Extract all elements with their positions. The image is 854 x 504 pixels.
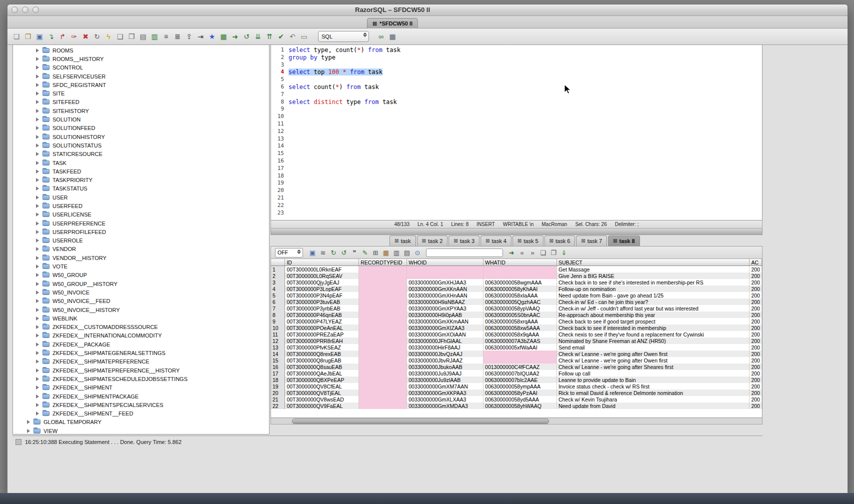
table-row[interactable]: 1900T3000000QV8CfEAL0033000000GmXM7AAN00… <box>271 383 762 390</box>
disclosure-triangle-icon[interactable] <box>36 368 39 372</box>
zoom-button[interactable] <box>32 6 39 13</box>
row-number-cell[interactable]: 3 <box>271 279 285 286</box>
tree-item-user[interactable]: USER <box>13 193 269 202</box>
tree-item-sitefeed[interactable]: SITEFEED <box>13 98 269 106</box>
table-cell[interactable]: 00T3000000PRR8rEAH <box>285 338 359 344</box>
table-cell[interactable] <box>359 266 407 273</box>
execute-all-icon[interactable]: ↺ <box>242 32 252 42</box>
tree-item-userprofilefeed[interactable]: USERPROFILEFEED <box>13 228 269 236</box>
table-cell[interactable] <box>359 331 407 338</box>
disclosure-triangle-icon[interactable] <box>36 282 39 286</box>
rerun-query-icon[interactable]: ↻ <box>329 248 338 257</box>
table-cell[interactable]: 0033000000H9i0pAAB <box>407 312 484 318</box>
table-cell[interactable]: 0033000000GmXPYAA3 <box>407 305 484 312</box>
table-cell[interactable]: Check w/ Leanne - we're going after Owen… <box>556 350 750 357</box>
tree-item-taskfeed[interactable]: TASKFEED <box>13 167 269 176</box>
table-cell[interactable] <box>359 396 407 402</box>
open-file-icon[interactable]: ❐ <box>23 32 33 42</box>
edit-trigger-icon[interactable]: ✑ <box>69 32 79 42</box>
tab-close-icon[interactable]: ⊠ <box>394 238 398 244</box>
format-sql-icon[interactable]: ≡ <box>161 32 171 42</box>
tree-item-zkfedex__shipmategeneralsettings[interactable]: ZKFEDEX__SHIPMATEGENERALSETTINGS <box>13 348 269 357</box>
table-cell[interactable]: 200 <box>750 305 762 312</box>
download-lob-icon[interactable]: ⇓ <box>560 248 568 257</box>
table-cell[interactable]: 200 <box>750 266 762 273</box>
edit-results-icon[interactable]: ✎ <box>360 248 370 257</box>
disclosure-triangle-icon[interactable] <box>36 66 39 70</box>
column-header-id[interactable]: ID <box>285 259 359 266</box>
disclosure-triangle-icon[interactable] <box>36 290 39 294</box>
save-icon[interactable]: ▣ <box>34 32 44 42</box>
table-view-icon[interactable]: ▦ <box>388 32 398 42</box>
table-cell[interactable]: 200 <box>750 286 762 292</box>
table-cell[interactable] <box>407 266 484 273</box>
tree-item-vendor[interactable]: VENDOR <box>13 245 269 254</box>
tree-item-view[interactable]: VIEW <box>13 426 269 434</box>
results-tab-task-7[interactable]: ⊠task 7 <box>576 236 607 246</box>
row-number-cell[interactable]: 2 <box>271 272 285 279</box>
disclosure-triangle-icon[interactable] <box>36 334 39 338</box>
table-cell[interactable] <box>359 298 407 305</box>
table-row[interactable]: 2000T3000000QV8TjEAL0033000000GmXKPAA300… <box>271 390 762 396</box>
row-number-cell[interactable]: 13 <box>271 344 285 350</box>
tree-item-w50_invoice[interactable]: W50_INVOICE <box>13 288 269 296</box>
disclosure-triangle-icon[interactable] <box>36 57 39 61</box>
disclosure-triangle-icon[interactable] <box>36 273 39 277</box>
table-cell[interactable]: Check back in to see if she's interested… <box>556 279 750 286</box>
table-row[interactable]: 600T3000000P3tuvEAB0033000000H9aNBAAZ006… <box>271 298 762 305</box>
disclosure-triangle-icon[interactable] <box>36 256 39 260</box>
disclosure-triangle-icon[interactable] <box>27 429 30 433</box>
minimize-button[interactable] <box>22 6 28 13</box>
export-results-icon[interactable]: ❏ <box>538 248 548 257</box>
row-number-cell[interactable]: 8 <box>271 312 285 318</box>
table-row[interactable]: 900T3000000P47LYEAZ0033000000GmXKmAAN006… <box>271 318 762 324</box>
table-row[interactable]: 1700T3000000QAeJbEAL0033000000Ju9J9AAJ00… <box>271 370 762 376</box>
table-row[interactable]: 700T3000000P3yrbEAB0033000000GmXPYAA3006… <box>271 305 762 312</box>
table-cell[interactable]: Get Massage <box>556 266 750 273</box>
tree-item-zkfedex__shipmentspecialservices[interactable]: ZKFEDEX__SHIPMENTSPECIALSERVICES <box>13 400 269 409</box>
table-cell[interactable]: Check w/ Leanne - we're going after Shea… <box>556 364 750 370</box>
tab-close-icon[interactable]: ⊠ <box>422 238 426 244</box>
table-cell[interactable]: 200 <box>750 318 762 324</box>
table-cell[interactable]: 200 <box>750 331 762 338</box>
table-cell[interactable]: 00T3000000POeAnEAL <box>285 324 359 331</box>
table-cell[interactable]: Give Jenn a BIG RAISE <box>556 272 750 279</box>
paste-icon[interactable]: ❒ <box>126 32 136 42</box>
table-cell[interactable]: Check w/ Leanne - we're going after Owen… <box>556 357 750 364</box>
query-builder-icon[interactable]: ▭ <box>299 32 309 42</box>
disclosure-triangle-icon[interactable] <box>36 118 39 122</box>
disclosure-triangle-icon[interactable] <box>36 170 39 174</box>
sql-mode-select[interactable]: SQL <box>318 31 369 42</box>
table-cell[interactable] <box>359 305 407 312</box>
save-results-icon[interactable]: ▣ <box>308 248 317 257</box>
splitter-handle[interactable] <box>270 228 762 235</box>
filter-icon[interactable]: ≋ <box>318 248 328 257</box>
table-cell[interactable]: 0033000000JbukoAAB <box>407 364 484 370</box>
table-cell[interactable]: 006300000058xIaAAA <box>484 292 557 298</box>
disclosure-triangle-icon[interactable] <box>36 386 39 390</box>
table-cell[interactable]: 200 <box>750 357 762 364</box>
table-cell[interactable] <box>359 383 407 390</box>
column-header-recordtypeid[interactable]: RECORDTYPEID <box>359 259 407 266</box>
table-cell[interactable]: 0033000000JFhGlAAL <box>407 338 484 344</box>
tree-item-zkfedex__shipmatepreference[interactable]: ZKFEDEX__SHIPMATEPREFERENCE <box>13 358 269 366</box>
horizontal-scrollbar[interactable] <box>270 418 762 424</box>
table-cell[interactable] <box>359 350 407 357</box>
disclosure-triangle-icon[interactable] <box>36 109 39 113</box>
table-row[interactable]: 100T3000000L0RknEAFGet Massage200 <box>271 266 762 273</box>
results-tab-task-5[interactable]: ⊠task 5 <box>512 236 544 246</box>
tree-item-staticresource[interactable]: STATICRESOURCE <box>13 150 269 158</box>
connection-tab[interactable]: ⊠ *SFDCW50 II <box>367 18 418 28</box>
row-number-cell[interactable]: 21 <box>271 396 285 402</box>
table-cell[interactable]: 0013000000C4fFCAAZ <box>484 364 557 370</box>
table-cell[interactable] <box>359 364 407 370</box>
table-cell[interactable]: 00T3000000QV9FaEAL <box>285 402 359 409</box>
table-cell[interactable] <box>359 402 407 409</box>
table-cell[interactable]: Need update from David <box>556 402 750 409</box>
table-row[interactable]: 1100T3000000PREZaEAP0033000000GmXOiAAN00… <box>271 331 762 338</box>
tree-item-sitehistory[interactable]: SITEHISTORY <box>13 106 269 115</box>
table-cell[interactable]: 200 <box>750 324 762 331</box>
fetch-next-icon[interactable]: ⇊ <box>253 32 263 42</box>
tree-item-w50_invoice__history[interactable]: W50_INVOICE__HISTORY <box>13 306 269 314</box>
tree-item-rooms[interactable]: ROOMS <box>13 46 269 54</box>
